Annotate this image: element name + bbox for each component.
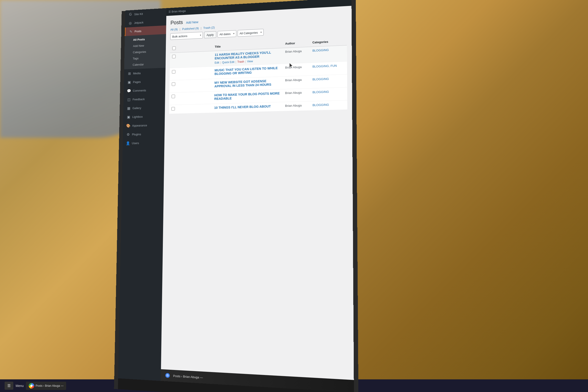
dates-wrapper: All dates: [218, 30, 236, 38]
chrome-center: [30, 385, 32, 387]
pipe-3: |: [245, 60, 246, 63]
categories-select[interactable]: All Categories Blogging Fun: [238, 29, 264, 37]
sidebar-item-label: Gallery: [132, 106, 141, 110]
sidebar-item-plugins[interactable]: ⚙ Plugins: [123, 129, 165, 139]
row-2-checkbox[interactable]: [172, 70, 175, 74]
sidebar-item-pages[interactable]: ▣ Pages: [124, 76, 166, 86]
row-5-author-cell: Brian Abuga: [283, 101, 310, 111]
sidebar-item-label: Appearance: [132, 124, 147, 127]
dates-select[interactable]: All dates: [218, 30, 236, 38]
row-checkbox-cell: [170, 79, 212, 93]
row-2-category[interactable]: BLOGGING, FUN: [312, 64, 337, 68]
row-1-trash-link[interactable]: Trash: [237, 60, 244, 64]
row-2-title-link[interactable]: MUSIC THAT YOU CAN LISTEN TO WHILE BLOGG…: [214, 66, 280, 76]
separator-2: |: [201, 26, 202, 30]
toolbar-site-label: ☰ Brian Abuga: [168, 10, 186, 13]
row-3-author: Brian Abuga: [285, 78, 302, 82]
row-3-category-cell: BLOGGING: [310, 74, 347, 88]
sidebar-item-feedback[interactable]: ◫ Feedback: [124, 94, 165, 104]
sidebar-item-lightbox[interactable]: ▣ Lightbox: [123, 112, 165, 121]
row-checkbox-cell: [169, 92, 212, 105]
separator-1: |: [180, 28, 180, 31]
row-4-author: Brian Abuga: [285, 91, 302, 95]
sidebar-item-label: Jetpack: [134, 21, 144, 24]
row-1-edit-link[interactable]: Edit: [214, 61, 219, 64]
row-4-title-cell: HOW TO MAKE YOUR BLOG POSTS MORE READABL…: [212, 89, 283, 104]
row-2-author-cell: Brian Abuga: [283, 63, 310, 76]
media-icon: ⊞: [127, 71, 132, 76]
plugins-icon: ⚙: [126, 132, 130, 136]
row-3-author-cell: Brian Abuga: [283, 76, 310, 89]
sidebar-item-appearance[interactable]: 🎨 Appearance: [123, 120, 165, 130]
sidebar-item-gallery[interactable]: ▦ Gallery: [123, 103, 165, 113]
row-checkbox-cell: [169, 104, 212, 114]
bulk-actions-wrapper: Bulk actions Move to Trash: [170, 32, 203, 40]
filter-all-link[interactable]: All (9): [170, 28, 178, 31]
gallery-icon: ▦: [126, 106, 131, 110]
row-1-quick-edit-link[interactable]: Quick Edit: [222, 60, 234, 64]
row-1-category-cell: BLOGGING: [310, 45, 347, 63]
sidebar-item-comments[interactable]: 💬 Comments: [124, 85, 165, 95]
row-1-title-link[interactable]: 11 HARSH REALITY CHECKS YOU'LL ENCOUNTER…: [215, 50, 281, 60]
sidebar-item-label: Users: [132, 141, 139, 145]
pages-icon: ▣: [127, 80, 132, 84]
lightbox-icon: ▣: [126, 114, 131, 119]
filter-trash-link[interactable]: Trash (2): [203, 26, 215, 30]
feedback-icon: ◫: [126, 97, 131, 102]
main-content: ☰ Brian Abuga Posts Add New All (9) | Pu…: [161, 0, 354, 392]
row-checkbox-cell: [170, 66, 212, 80]
row-4-title-link[interactable]: HOW TO MAKE YOUR BLOG POSTS MORE READABL…: [214, 92, 280, 100]
th-author: Author: [283, 38, 310, 48]
taskbar-menu-label: Menu: [16, 384, 24, 388]
chrome-favicon: G: [166, 373, 170, 378]
table-wrapper: Title Author Categories 11 HARSH REALITY…: [165, 36, 352, 114]
sidebar-item-label: Media: [133, 72, 140, 75]
site-kit-icon: G: [128, 12, 133, 17]
categories-wrapper: All Categories Blogging Fun: [238, 29, 264, 37]
posts-table: Title Author Categories 11 HARSH REALITY…: [169, 37, 347, 114]
select-all-checkbox[interactable]: [172, 46, 176, 50]
row-5-category-cell: BLOGGING: [310, 100, 347, 110]
posts-submenu: All Posts Add New Categories Tags Calend…: [124, 34, 166, 69]
sidebar-item-label: Plugins: [132, 132, 141, 136]
pipe-1: |: [220, 61, 221, 64]
row-4-checkbox[interactable]: [172, 94, 175, 98]
chrome-icon: [29, 383, 34, 388]
sidebar-item-label: Pages: [133, 80, 141, 84]
row-5-checkbox[interactable]: [171, 107, 175, 111]
favicon-letter: G: [166, 374, 168, 377]
row-4-category-cell: BLOGGING: [310, 87, 347, 101]
sidebar-item-label: Lightbox: [132, 115, 143, 118]
row-3-title-link[interactable]: MY NEW WEBSITE GOT ADSENSE APPROVAL IN L…: [214, 79, 280, 88]
row-5-title-link[interactable]: 10 THINGS I'LL NEVER BLOG ABOUT: [214, 104, 280, 110]
browser-taskbar-title: Posts ‹ Brian Abuga —: [36, 384, 64, 388]
row-3-category[interactable]: BLOGGING: [312, 77, 329, 81]
row-3-checkbox[interactable]: [172, 82, 175, 86]
comments-icon: 💬: [127, 89, 131, 93]
taskbar-chrome-item[interactable]: Posts ‹ Brian Abuga —: [26, 382, 66, 390]
row-2-category-cell: BLOGGING, FUN: [310, 61, 347, 76]
screen-content: G Site Kit ◎ Jetpack ✎ Posts All Posts A…: [118, 0, 354, 392]
pipe-2: |: [236, 60, 236, 64]
browser-tab-title: Posts ‹ Brian Abuga —: [173, 374, 203, 379]
filter-published-link[interactable]: Published (9): [182, 27, 199, 31]
users-icon: 👤: [126, 141, 130, 145]
sidebar-item-users[interactable]: 👤 Users: [123, 138, 164, 148]
row-1-category[interactable]: BLOGGING: [312, 48, 329, 52]
sidebar-item-label: Posts: [134, 30, 142, 33]
row-1-checkbox[interactable]: [172, 55, 176, 58]
wp-sidebar: G Site Kit ◎ Jetpack ✎ Posts All Posts A…: [118, 8, 166, 381]
sidebar-item-media[interactable]: ⊞ Media: [124, 68, 166, 78]
row-2-author: Brian Abuga: [285, 65, 302, 69]
apply-button[interactable]: Apply: [204, 31, 216, 38]
row-4-category[interactable]: BLOGGING: [312, 90, 329, 94]
appearance-icon: 🎨: [126, 123, 130, 128]
bulk-actions-select[interactable]: Bulk actions Move to Trash: [170, 32, 203, 40]
sidebar-item-label: Site Kit: [134, 12, 143, 16]
row-1-view-link[interactable]: View: [247, 60, 253, 63]
start-menu-button[interactable]: ☰: [4, 382, 13, 390]
row-5-category[interactable]: BLOGGING: [312, 103, 329, 107]
row-5-title-cell: 10 THINGS I'LL NEVER BLOG ABOUT Edit | Q…: [212, 102, 283, 113]
jetpack-icon: ◎: [128, 21, 132, 25]
row-1-author: Brian Abuga: [285, 49, 302, 54]
